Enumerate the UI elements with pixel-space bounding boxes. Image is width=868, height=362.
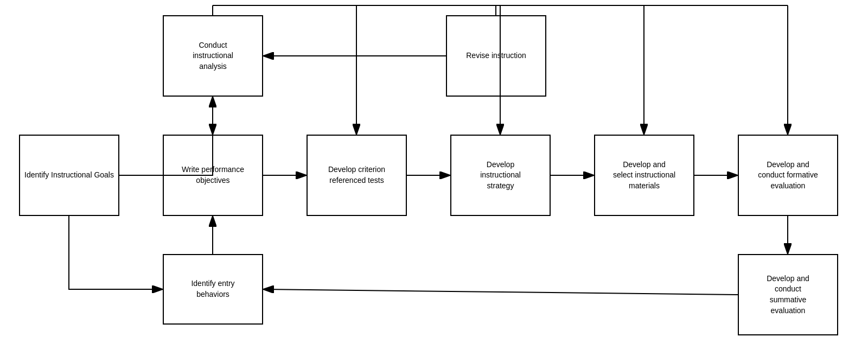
box-revise-instruction: Revise instruction xyxy=(446,15,546,97)
box-develop-criterion: Develop criterionreferenced tests xyxy=(307,135,407,216)
box-identify-goals: Identify Instructional Goals xyxy=(19,135,119,216)
diagram-container: Identify Instructional Goals Conductinst… xyxy=(0,0,868,362)
box-conduct-analysis: Conductinstructionalanalysis xyxy=(163,15,263,97)
box-identify-entry: Identify entrybehaviors xyxy=(163,254,263,325)
box-develop-select: Develop andselect instructionalmaterials xyxy=(594,135,694,216)
box-write-performance: Write performanceobjectives xyxy=(163,135,263,216)
box-develop-summative: Develop andconductsummativeevaluation xyxy=(738,254,838,335)
box-develop-strategy: Developinstructionalstrategy xyxy=(450,135,551,216)
box-develop-formative: Develop andconduct formativeevaluation xyxy=(738,135,838,216)
